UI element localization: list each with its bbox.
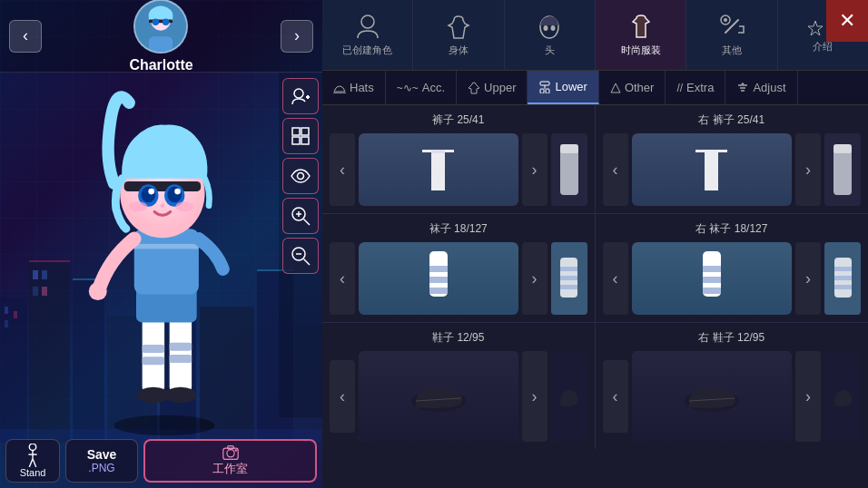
svg-rect-105	[429, 288, 448, 294]
save-button[interactable]: Save .PNG	[65, 439, 138, 483]
svg-rect-2	[5, 307, 8, 314]
shoes-left-display[interactable]	[359, 351, 518, 442]
tab-head[interactable]: 头	[505, 0, 596, 70]
subtab-hats[interactable]: Hats	[322, 71, 386, 104]
svg-rect-117	[834, 285, 852, 289]
shoes-right-prev[interactable]: ‹	[603, 360, 628, 433]
svg-line-80	[725, 20, 738, 33]
tab-created-characters[interactable]: 已创建角色	[322, 0, 413, 70]
svg-rect-111	[703, 266, 721, 272]
pants-right-selector: ‹ ›	[603, 133, 862, 206]
svg-rect-104	[429, 277, 448, 283]
svg-point-75	[234, 449, 236, 451]
socks-right-prev[interactable]: ‹	[603, 242, 628, 315]
stand-button[interactable]: Stand	[5, 439, 60, 483]
studio-button[interactable]: 工作室	[143, 439, 317, 483]
left-panel: ‹ Charlotte ›	[0, 0, 322, 488]
shoes-right-next[interactable]: ›	[795, 351, 821, 442]
subtab-upper[interactable]: Upper	[457, 71, 528, 104]
shoes-left-prev[interactable]: ‹	[330, 360, 355, 433]
character-figure	[27, 73, 281, 435]
right-shoes-column: 右 鞋子 12/95 ‹ ›	[596, 323, 869, 449]
close-button[interactable]: ✕	[826, 0, 868, 42]
content-area[interactable]: 裤子 25/41 ‹ ›	[322, 105, 868, 488]
svg-rect-116	[834, 276, 852, 280]
subtab-acc[interactable]: ~∿~ Acc.	[386, 71, 457, 104]
svg-marker-92	[611, 83, 620, 93]
socks-left-display[interactable]	[359, 242, 518, 315]
tab-fashion[interactable]: 时尚服装	[596, 0, 686, 70]
right-panel: ✕ 已创建角色 身体 头	[322, 0, 868, 488]
svg-point-39	[142, 187, 156, 203]
svg-rect-22	[143, 315, 164, 395]
zoom-in-button[interactable]	[282, 198, 319, 234]
next-character-button[interactable]: ›	[281, 20, 313, 53]
svg-point-45	[161, 203, 164, 207]
svg-line-70	[29, 459, 33, 467]
svg-point-79	[551, 25, 556, 31]
tab-body[interactable]: 身体	[413, 0, 504, 70]
shoes-left-side-preview	[551, 351, 587, 442]
pants-left-header: 裤子 25/41	[330, 112, 587, 128]
subtab-lower[interactable]: Lower	[528, 71, 598, 104]
socks-left-next[interactable]: ›	[522, 242, 547, 315]
save-line1: Save	[87, 447, 117, 462]
socks-left-header: 袜子 18/127	[330, 221, 587, 237]
studio-label: 工作室	[212, 461, 248, 477]
svg-rect-4	[14, 311, 17, 318]
pants-right-side-preview	[824, 133, 861, 206]
subtab-lower-label: Lower	[555, 80, 587, 93]
svg-rect-57	[292, 137, 300, 144]
svg-point-73	[226, 450, 233, 457]
socks-left-prev[interactable]: ‹	[330, 242, 355, 315]
socks-right-header: 右 袜子 18/127	[603, 221, 862, 237]
category-tabs: 已创建角色 身体 头 时尚服装	[322, 0, 868, 71]
svg-rect-112	[703, 277, 721, 283]
left-shoes-column: 鞋子 12/95 ‹ ›	[322, 323, 596, 449]
svg-point-40	[167, 187, 182, 203]
left-pants-column: 裤子 25/41 ‹ ›	[322, 105, 596, 213]
socks-right-selector: ‹ ›	[603, 242, 862, 315]
shoes-left-selector: ‹ ›	[330, 351, 587, 442]
svg-rect-55	[292, 128, 300, 135]
layout-button[interactable]	[282, 118, 319, 154]
shoes-right-side-preview	[824, 351, 861, 442]
svg-rect-25	[143, 356, 164, 365]
pants-right-prev[interactable]: ‹	[603, 133, 628, 206]
prev-character-button[interactable]: ‹	[9, 20, 42, 53]
pants-right-next[interactable]: ›	[795, 133, 821, 206]
svg-line-71	[33, 459, 36, 467]
tab-other[interactable]: 其他	[686, 0, 777, 70]
socks-right-display[interactable]	[632, 242, 793, 315]
subtab-extra[interactable]: // Extra	[666, 71, 725, 104]
stand-label: Stand	[20, 467, 46, 478]
svg-rect-113	[703, 288, 721, 294]
svg-marker-83	[808, 21, 823, 35]
svg-point-59	[298, 173, 304, 180]
zoom-out-button[interactable]	[282, 238, 319, 274]
visibility-button[interactable]	[282, 158, 319, 194]
shoes-right-display[interactable]	[632, 351, 793, 442]
pants-left-prev[interactable]: ‹	[330, 133, 355, 206]
pants-left-next[interactable]: ›	[522, 133, 547, 206]
add-character-button[interactable]	[282, 78, 319, 114]
subtab-other-label: Other	[625, 81, 655, 94]
svg-marker-96	[741, 83, 745, 84]
subtab-adjust[interactable]: Adjust	[725, 71, 797, 104]
svg-point-49	[153, 18, 159, 24]
svg-point-76	[361, 15, 374, 28]
right-pants-column: 右 裤子 25/41 ‹ ›	[596, 105, 869, 213]
pants-right-display[interactable]	[632, 133, 793, 206]
character-nav: ‹ Charlotte ›	[0, 0, 322, 73]
socks-right-next[interactable]: ›	[795, 242, 821, 315]
tab-fashion-label: 时尚服装	[621, 44, 661, 57]
svg-rect-103	[429, 266, 448, 272]
pants-right-header: 右 裤子 25/41	[603, 112, 862, 128]
subtab-other[interactable]: Other	[599, 71, 666, 104]
save-line2: .PNG	[88, 462, 114, 474]
svg-point-52	[294, 89, 303, 98]
pants-left-display[interactable]	[359, 133, 518, 206]
shoes-right-header: 右 鞋子 12/95	[603, 330, 862, 346]
svg-rect-107	[560, 267, 577, 271]
shoes-left-next[interactable]: ›	[522, 351, 547, 442]
